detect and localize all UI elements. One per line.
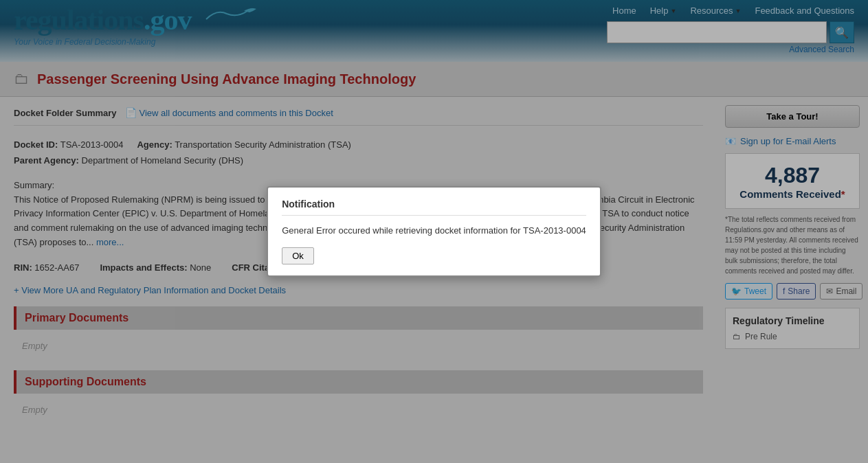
modal-ok-button[interactable]: Ok (282, 247, 314, 264)
notification-modal: Notification General Error occured while… (267, 186, 601, 277)
modal-message: General Error occured while retrieving d… (282, 224, 586, 238)
modal-overlay[interactable]: Notification General Error occured while… (0, 0, 868, 460)
modal-title: Notification (282, 199, 586, 216)
